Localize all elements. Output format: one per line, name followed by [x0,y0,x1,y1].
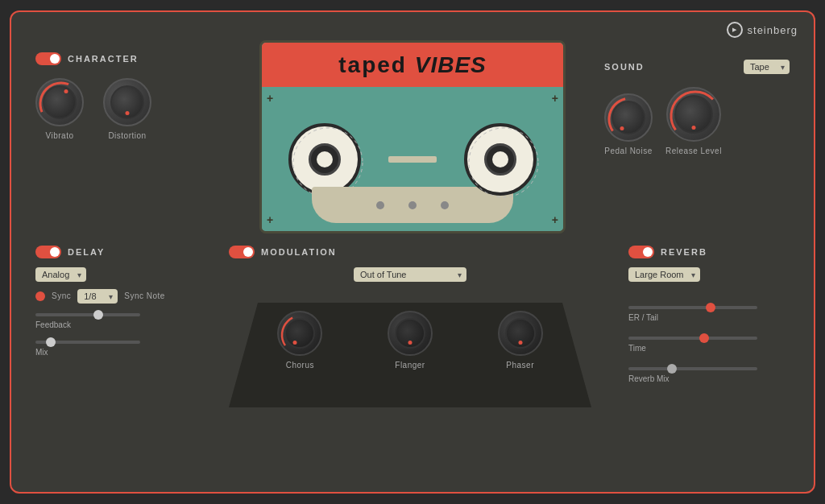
reverb-time-container: Time [628,337,790,354]
er-tail-track[interactable] [628,306,757,309]
delay-section: DELAY Analog Digital Tape Sync 1/8 1/4 1… [35,246,197,358]
feedback-container: Feedback [35,313,197,331]
flanger-dot [408,341,412,345]
reverb-room-row: Large Room Small Room Hall Plate [628,266,790,282]
vibrato-label: Vibrato [45,131,73,140]
cassette-area: taped VIBES + + + + [259,40,566,233]
cassette-center [388,156,437,163]
modulation-knobs-area: Chorus Flanger [229,295,591,407]
sound-label: SOUND [604,62,645,72]
reverb-mix-container: Reverb Mix [628,367,790,385]
flanger-label: Flanger [395,361,425,370]
sync-row: Sync 1/8 1/4 1/16 Sync Note [35,288,197,304]
tape-reel-left [288,123,361,196]
cassette-header: taped VIBES [262,43,563,87]
tape-dot-2 [408,201,417,209]
sync-note-label: Sync Note [124,291,165,300]
modulation-toggle[interactable] [229,246,255,258]
delay-type-dropdown[interactable]: Analog Digital Tape [35,267,86,282]
distortion-knob-inner [110,85,144,119]
sound-type-dropdown[interactable]: Tape Clean Warm [744,60,790,74]
er-tail-thumb[interactable] [706,303,715,312]
character-header: CHARACTER [35,52,180,65]
phaser-dot [518,341,522,345]
sync-note-dropdown[interactable]: 1/8 1/4 1/16 [77,289,118,304]
pedal-noise-label: Pedal Noise [604,147,652,155]
tape-dot-3 [441,201,449,209]
feedback-track[interactable] [35,313,140,316]
sound-section: SOUND Tape Clean Warm [604,52,790,155]
modulation-mode-wrapper: Out of Tune Chorus Flanger Phaser [354,266,466,282]
sync-label: Sync [52,291,71,300]
phaser-knob[interactable] [498,311,543,356]
reverb-mix-thumb[interactable] [667,364,677,374]
distortion-knob-dot [126,111,130,115]
modulation-header: MODULATION [229,246,591,258]
pedal-noise-knob[interactable] [604,93,653,142]
phaser-label: Phaser [506,361,534,370]
sync-dot[interactable] [35,291,45,301]
tape-reel-right [464,123,537,196]
tape-dot-1 [376,201,384,209]
chorus-knob-container: Chorus [277,311,322,370]
character-label: CHARACTER [68,54,139,64]
reverb-time-thumb[interactable] [699,333,709,343]
vibrato-knob[interactable] [35,78,84,126]
reverb-section: REVERB Large Room Small Room Hall Plate … [628,246,790,385]
delay-mix-label: Mix [35,348,48,357]
distortion-knob[interactable] [103,78,151,126]
corner-cross-br: + [552,213,558,226]
reverb-time-track[interactable] [628,337,757,340]
delay-mix-thumb[interactable] [46,337,56,347]
distortion-knob-container: Distortion [103,78,151,140]
reverb-label: REVERB [661,247,707,257]
steinberg-label: steinberg [748,24,798,36]
reverb-mix-track[interactable] [628,367,757,370]
er-tail-container: ER / Tail [628,306,790,324]
character-toggle[interactable] [35,52,61,65]
delay-mix-container: Mix [35,341,197,358]
cassette-body: + + + + [262,87,563,231]
phaser-knob-inner [505,318,536,349]
cassette-frame: taped VIBES + + + + [259,40,566,233]
plugin-container: steinberg taped VIBES + + + + [10,10,815,494]
pedal-noise-dot [620,126,624,130]
feedback-thumb[interactable] [93,310,103,320]
chorus-knob[interactable] [277,311,322,356]
flanger-knob-inner [395,318,425,349]
release-level-knob[interactable] [666,87,721,142]
sync-note-wrapper: 1/8 1/4 1/16 [77,288,118,304]
corner-cross-bl: + [267,213,273,226]
cassette-title: taped VIBES [338,52,487,78]
delay-toggle[interactable] [35,246,61,258]
phaser-knob-container: Phaser [498,311,543,370]
delay-label: DELAY [68,247,105,257]
delay-header: DELAY [35,246,197,258]
delay-mix-track[interactable] [35,341,140,344]
feedback-label: Feedback [35,320,71,329]
reverb-toggle[interactable] [628,246,654,258]
release-level-dot [691,126,695,130]
reverb-header: REVERB [628,246,790,258]
modulation-section: MODULATION Out of Tune Chorus Flanger Ph… [229,246,591,407]
reverb-time-label: Time [628,344,646,353]
release-level-knob-container: Release Level [665,87,722,155]
vibrato-knob-container: Vibrato [35,78,84,140]
modulation-mode-dropdown[interactable]: Out of Tune Chorus Flanger Phaser [354,267,466,282]
tape-bar [388,156,437,163]
sound-knobs: Pedal Noise Release Level [604,87,790,155]
er-tail-label: ER / Tail [628,313,658,322]
reverb-room-wrapper: Large Room Small Room Hall Plate [628,266,700,282]
flanger-knob-container: Flanger [388,311,433,370]
pedal-noise-inner [611,101,645,134]
chorus-dot [292,341,296,345]
steinberg-logo: steinberg [727,22,798,38]
flanger-knob[interactable] [388,311,433,356]
character-section: CHARACTER Vibrato [35,52,180,140]
corner-cross-tr: + [552,92,558,105]
svg-point-1 [469,128,538,197]
reverb-mix-label: Reverb Mix [628,374,670,383]
reverb-room-dropdown[interactable]: Large Room Small Room Hall Plate [628,267,700,282]
modulation-knobs-row: Chorus Flanger [229,295,591,378]
delay-analog-row: Analog Digital Tape [35,266,197,282]
